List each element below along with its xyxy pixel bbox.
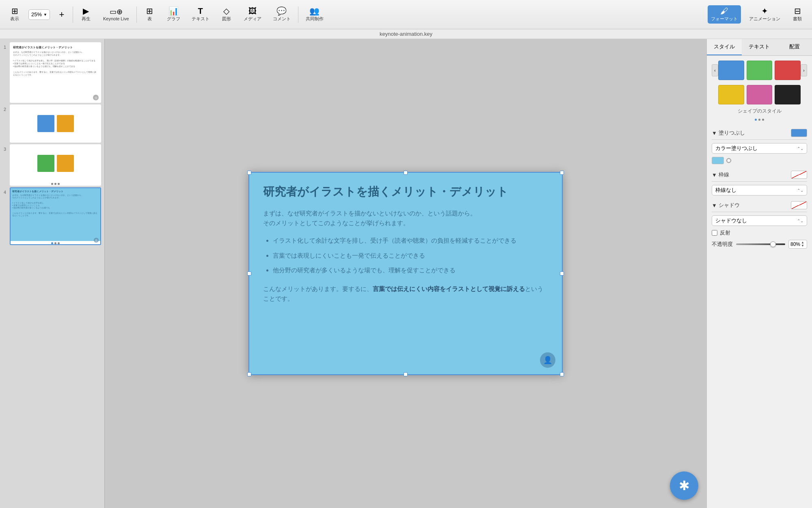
shape-button[interactable]: ◇ 図形	[218, 5, 235, 24]
slide-item-3[interactable]: 3	[0, 144, 104, 186]
main: 1 研究者がイラストを描くメリット・デメリット まずは、なぜ研究者がイラストを描…	[0, 39, 812, 508]
handle-tc[interactable]	[404, 171, 408, 175]
animation-button[interactable]: ✦ アニメーション	[746, 5, 784, 24]
handle-bl[interactable]	[247, 372, 251, 376]
chart-button[interactable]: 📊 グラフ	[164, 5, 184, 24]
border-preview	[791, 171, 807, 179]
nav-arrow-left[interactable]: ‹	[712, 64, 718, 76]
style-label: シェイプのスタイル	[712, 108, 807, 115]
slide-avatar: 👤	[540, 352, 555, 368]
slide-1-thumb-title: 研究者がイラストを描くメリット・デメリット	[13, 46, 98, 50]
table-icon: ⊞	[146, 7, 153, 15]
divider-1	[73, 7, 73, 23]
swatch-green[interactable]	[747, 61, 773, 80]
document-icon: ⊟	[794, 7, 801, 15]
slide-thumb-2	[10, 104, 101, 143]
reflection-checkbox[interactable]	[712, 230, 717, 236]
opacity-row: 不透明度 80% ▲ ▼	[712, 240, 807, 249]
text-button[interactable]: T テキスト	[188, 5, 213, 24]
zoom-select[interactable]: 25% ▼	[28, 9, 50, 20]
floating-action-button[interactable]: ✱	[670, 471, 698, 500]
text-icon: T	[198, 7, 203, 15]
collaborate-icon: 👥	[309, 7, 320, 15]
border-dropdown-row: 枠線なし ⌃⌄	[712, 185, 807, 195]
table-button[interactable]: ⊞ 表	[141, 5, 159, 24]
slide-4-content: 研究者がイラストを描くメリット・デメリット まずは、なぜ研究者がイラストを描かな…	[11, 188, 100, 241]
book-label: 書類	[793, 16, 802, 22]
media-button[interactable]: 🖼 メディア	[240, 5, 265, 24]
keynote-live-label: Keynote Live	[103, 16, 129, 21]
keynote-live-button[interactable]: ▭⊕ Keynote Live	[100, 7, 132, 23]
fill-color-small-swatch[interactable]	[712, 157, 724, 164]
shadow-chevron-icon[interactable]: ▼	[712, 202, 717, 208]
keynote-live-icon: ▭⊕	[110, 8, 123, 15]
canvas-area: 研究者がイラストを描くメリット・デメリット まずは、なぜ研究者がイラストを描かな…	[105, 39, 706, 508]
comment-button[interactable]: 💬 コメント	[270, 5, 294, 24]
handle-bc[interactable]	[404, 372, 408, 376]
fill-chevron-icon[interactable]: ▼	[712, 130, 717, 136]
swatch-grid-row2	[718, 85, 801, 104]
nav-arrow-right[interactable]: ›	[801, 64, 807, 76]
handle-tr[interactable]	[560, 171, 564, 175]
style-dot-1	[755, 119, 757, 121]
text-label: テキスト	[192, 16, 209, 22]
fill-color-swatch[interactable]	[791, 129, 807, 137]
handle-mr[interactable]	[560, 271, 564, 276]
right-panel-tabs: スタイル テキスト 配置	[707, 39, 812, 56]
divider-3	[298, 7, 298, 23]
dot-4-2	[54, 242, 56, 244]
shape-label: 図形	[222, 16, 231, 22]
shadow-dropdown[interactable]: シャドウなし ⌃⌄	[712, 215, 807, 226]
toolbar: ⊞ 表示 25% ▼ + ▶ 再生 ▭⊕ Keynote Live ⊞ 表	[0, 0, 812, 29]
slide-item-2[interactable]: 2	[0, 104, 104, 143]
slide-panel: 1 研究者がイラストを描くメリット・デメリット まずは、なぜ研究者がイラストを描…	[0, 39, 105, 508]
tab-arrange[interactable]: 配置	[777, 39, 812, 55]
divider-2	[136, 7, 137, 23]
zoom-value: 25%	[31, 11, 42, 17]
chart-label: グラフ	[167, 16, 180, 22]
collaborate-button[interactable]: 👥 共同制作	[302, 5, 327, 24]
tab-style[interactable]: スタイル	[707, 39, 742, 55]
view-button[interactable]: ⊞ 表示	[6, 5, 24, 24]
opacity-down[interactable]: ▼	[801, 244, 804, 247]
slide-thumb-1: 研究者がイラストを描くメリット・デメリット まずは、なぜ研究者がイラストを描かな…	[10, 42, 101, 103]
slide-item-1[interactable]: 1 研究者がイラストを描くメリット・デメリット まずは、なぜ研究者がイラストを描…	[0, 42, 104, 103]
dot-4-3	[58, 242, 60, 244]
swatch-pink[interactable]	[747, 85, 773, 104]
slide-canvas: 研究者がイラストを描くメリット・デメリット まずは、なぜ研究者がイラストを描かな…	[248, 172, 563, 375]
fill-section-title: ▼ 塗りつぶし	[712, 129, 745, 137]
play-icon: ▶	[83, 7, 89, 15]
opacity-stepper[interactable]: ▲ ▼	[801, 241, 804, 247]
opacity-thumb[interactable]	[770, 241, 776, 247]
format-button[interactable]: 🖌 フォーマット	[708, 5, 741, 24]
opacity-slider[interactable]	[736, 243, 785, 245]
slide-3-shapes	[11, 145, 100, 182]
fill-dropdown[interactable]: カラー塗りつぶし ⌃⌄	[712, 143, 807, 154]
swatch-blue[interactable]	[718, 61, 744, 80]
slide-3-yellow-rect	[57, 155, 74, 172]
document-button[interactable]: ⊟ 書類	[788, 5, 806, 24]
swatch-yellow[interactable]	[718, 85, 744, 104]
handle-tl[interactable]	[247, 171, 251, 175]
swatch-red[interactable]	[775, 61, 801, 80]
shadow-dropdown-row: シャドウなし ⌃⌄	[712, 215, 807, 226]
slide-thumb-3	[10, 144, 101, 186]
handle-ml[interactable]	[247, 271, 251, 276]
play-button[interactable]: ▶ 再生	[77, 5, 95, 24]
add-slide-button[interactable]: +	[55, 8, 69, 22]
swatch-grid-row1	[718, 61, 801, 80]
slide-number-2: 2	[0, 104, 10, 143]
border-dropdown[interactable]: 枠線なし ⌃⌄	[712, 185, 807, 195]
dot-4-1	[51, 242, 53, 244]
slide-number-1: 1	[0, 42, 10, 103]
fill-dropdown-row: カラー塗りつぶし ⌃⌄	[712, 143, 807, 154]
slide-item-4[interactable]: 4 研究者がイラストを描くメリット・デメリット まずは、なぜ研究者がイラストを描…	[0, 187, 104, 245]
shadow-no-preview	[791, 201, 807, 209]
tab-text[interactable]: テキスト	[742, 39, 777, 55]
border-section-title: ▼ 枠線	[712, 171, 729, 178]
fill-color-picker-dot[interactable]	[726, 158, 731, 163]
format-icon: 🖌	[720, 7, 728, 15]
swatch-black[interactable]	[775, 85, 801, 104]
handle-br[interactable]	[560, 372, 564, 376]
border-chevron-icon[interactable]: ▼	[712, 172, 717, 178]
